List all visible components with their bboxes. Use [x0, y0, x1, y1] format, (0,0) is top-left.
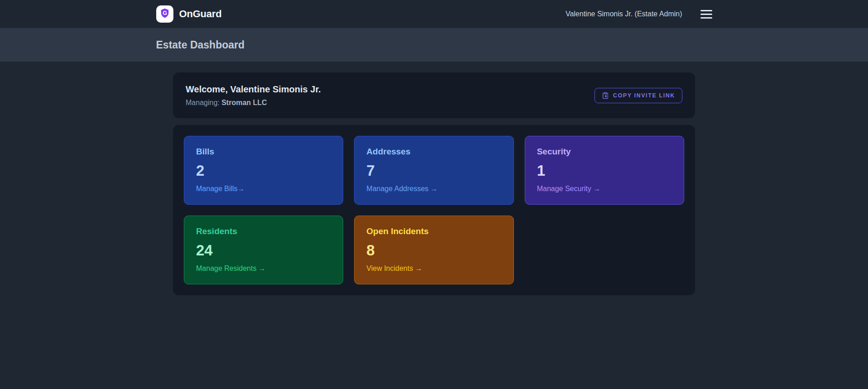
grid-empty-cell	[525, 216, 684, 284]
stat-card-addresses: Addresses 7 Manage Addresses →	[354, 136, 513, 205]
manage-addresses-link[interactable]: Manage Addresses →	[366, 185, 501, 193]
stat-title: Residents	[196, 226, 331, 236]
brand[interactable]: G OnGuard	[156, 5, 222, 23]
stat-value: 2	[196, 163, 331, 179]
managing-label: Managing:	[186, 99, 220, 106]
managing-value: Stroman LLC	[221, 99, 267, 106]
navbar-inner: G OnGuard Valentine Simonis Jr. (Estate …	[156, 5, 712, 23]
menu-bar	[700, 17, 712, 19]
stat-value: 8	[366, 242, 501, 259]
stat-card-bills: Bills 2 Manage Bills→	[184, 136, 343, 205]
stats-panel: Bills 2 Manage Bills→ Addresses 7 Manage…	[173, 125, 695, 295]
stat-value: 24	[196, 242, 331, 259]
page-header-bar: Estate Dashboard	[0, 28, 868, 62]
stat-card-security: Security 1 Manage Security →	[525, 136, 684, 205]
stat-title: Open Incidents	[366, 226, 501, 236]
managing-line: Managing: Stroman LLC	[186, 98, 321, 107]
menu-bar	[700, 14, 712, 15]
stat-card-open-incidents: Open Incidents 8 View Incidents →	[354, 216, 513, 284]
welcome-text-block: Welcome, Valentine Simonis Jr. Managing:…	[186, 84, 321, 107]
manage-security-link[interactable]: Manage Security →	[537, 185, 672, 193]
stat-title: Bills	[196, 147, 331, 157]
svg-text:G: G	[163, 10, 167, 16]
manage-residents-link[interactable]: Manage Residents →	[196, 264, 331, 273]
manage-bills-link[interactable]: Manage Bills→	[196, 185, 331, 193]
welcome-panel: Welcome, Valentine Simonis Jr. Managing:…	[173, 72, 695, 118]
welcome-greeting: Welcome, Valentine Simonis Jr.	[186, 84, 321, 95]
top-navbar: G OnGuard Valentine Simonis Jr. (Estate …	[0, 0, 868, 28]
stat-value: 1	[537, 163, 672, 179]
main-content: Welcome, Valentine Simonis Jr. Managing:…	[173, 72, 695, 295]
stat-value: 7	[366, 163, 501, 179]
clipboard-copy-icon	[602, 92, 609, 99]
hamburger-menu-icon[interactable]	[700, 8, 712, 20]
stat-card-residents: Residents 24 Manage Residents →	[184, 216, 343, 284]
copy-invite-link-button[interactable]: COPY INVITE LINK	[595, 88, 682, 103]
view-incidents-link[interactable]: View Incidents →	[366, 264, 501, 273]
brand-name: OnGuard	[179, 8, 222, 20]
page-title: Estate Dashboard	[156, 39, 245, 51]
page-header-inner: Estate Dashboard	[156, 39, 712, 51]
stat-title: Addresses	[366, 147, 501, 157]
user-name-label: Valentine Simonis Jr. (Estate Admin)	[566, 10, 682, 18]
onguard-logo: G	[156, 5, 173, 23]
shield-g-icon: G	[159, 8, 170, 20]
stat-title: Security	[537, 147, 672, 157]
navbar-right: Valentine Simonis Jr. (Estate Admin)	[566, 8, 712, 20]
menu-bar	[700, 10, 712, 11]
copy-invite-link-label: COPY INVITE LINK	[613, 92, 675, 99]
